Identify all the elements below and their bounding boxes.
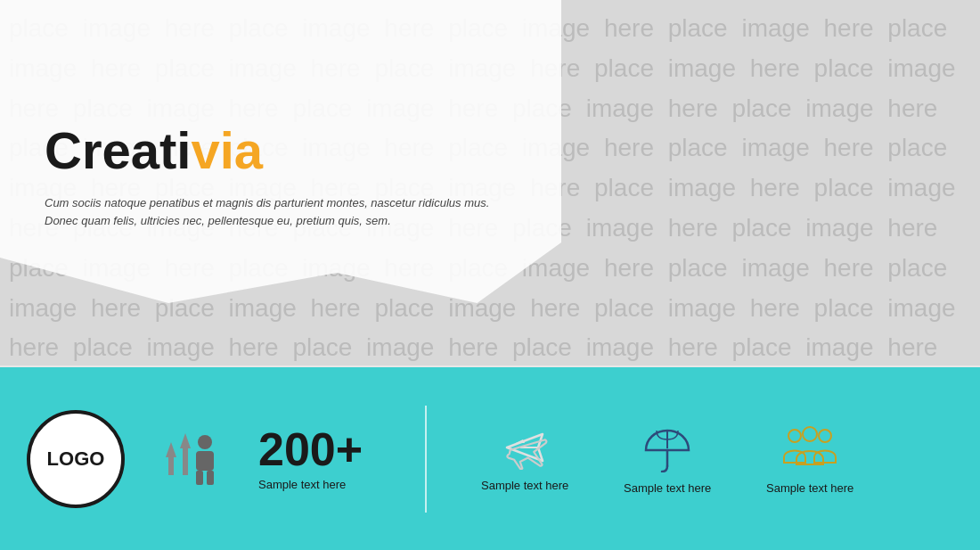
svg-rect-3 [183,448,188,475]
people-group-icon [779,423,841,472]
svg-marker-0 [166,442,176,457]
icon-stat-plane: Sample text here [453,425,596,492]
stat-label: Sample text here [258,478,346,491]
top-section: place image here place image here place … [0,0,980,365]
brand-name-black: Creati [45,121,191,179]
people-growth-icon [151,417,232,501]
svg-point-10 [803,427,817,441]
stat-number: 200+ [258,426,363,472]
subtitle-text: Cum sociis natoque penatibus et magnis d… [45,194,508,229]
bottom-section: LOGO 200+ Sample text here [0,367,980,550]
plane-icon [498,425,551,470]
svg-point-9 [788,430,801,442]
logo-text: LOGO [47,447,105,471]
umbrella-stat-label: Sample text here [624,481,711,495]
logo-circle: LOGO [27,410,125,508]
vertical-divider [425,406,427,513]
umbrella-icon [641,423,694,472]
svg-rect-6 [196,471,203,485]
brand-name-yellow: via [191,121,263,179]
svg-marker-2 [180,433,191,448]
icon-stat-umbrella: Sample text here [596,423,739,495]
icon-stat-people-group: Sample text here [739,423,881,495]
people-group-stat-label: Sample text here [766,481,853,495]
svg-rect-1 [168,457,174,475]
svg-rect-5 [196,451,214,471]
plane-stat-label: Sample text here [481,479,568,492]
svg-rect-7 [207,471,214,485]
stat-block: 200+ Sample text here [258,426,363,491]
svg-point-4 [198,435,212,449]
brand-title: Creativia [45,125,263,176]
svg-point-11 [819,430,831,442]
